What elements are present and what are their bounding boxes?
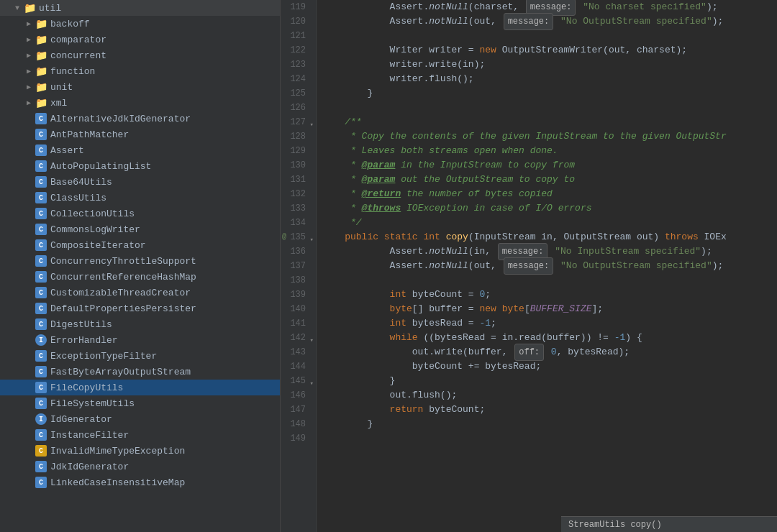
code-line-124: writer.flush(); [322,72,777,86]
expand-arrow: ▼ [12,4,23,12]
sidebar-item-unit[interactable]: ▶ 📁 unit [0,79,280,95]
code-line-139: int byteCount = 0; [322,288,777,302]
sidebar-item-label: IdGenerator [50,414,112,425]
code-editor[interactable]: 119 120 121 122 123 124 125 126 127 ▾ 12… [281,0,777,532]
code-line-126 [322,101,777,115]
folder-icon: 📁 [35,17,47,30]
sidebar-item-JdkIdGenerator[interactable]: C JdkIdGenerator [0,459,280,474]
sidebar-item-label: xml [50,98,67,109]
code-line-121 [322,29,777,43]
sidebar-item-label: comparator [50,35,106,45]
sidebar-item-ClassUtils[interactable]: C ClassUtils [0,190,280,206]
folder-icon: 📁 [35,49,47,62]
sidebar-item-FastByteArrayOutputStream[interactable]: C FastByteArrayOutputStream [0,364,280,380]
class-icon: C [35,223,47,236]
gutter-line: 124 [281,72,310,86]
hint-box: message: [504,257,554,275]
code-line-120: Assert.notNull(out, message: "No OutputS… [322,14,777,29]
sidebar-item-label: ExceptionTypeFilter [50,351,157,362]
sidebar-item-label: ErrorHandler [50,335,118,346]
sidebar-item-ConcurrentReferenceHashMap[interactable]: C ConcurrentReferenceHashMap [0,269,280,285]
class-icon: C [35,365,47,378]
class-icon: C [35,191,47,204]
sidebar-item-AutoPopulatingList[interactable]: C AutoPopulatingList [0,158,280,174]
sidebar-item-util[interactable]: ▼ 📁 util [0,0,280,16]
sidebar-item-label: concurrent [50,50,106,61]
gutter-line: 126 [281,101,310,115]
gutter-line: 134 [281,216,310,230]
folder-icon: 📁 [35,65,47,78]
sidebar-item-ConcurrencyThrottleSupport[interactable]: C ConcurrencyThrottleSupport [0,253,280,269]
sidebar-item-FileSystemUtils[interactable]: C FileSystemUtils [0,395,280,411]
code-line-130: * @param in the InputStream to copy from [322,158,777,173]
gutter-line: 136 [281,244,310,259]
code-line-134: */ [322,216,777,230]
expand-arrow: ▶ [23,35,35,44]
sidebar-item-InvalidMimeTypeException[interactable]: C InvalidMimeTypeException [0,443,280,459]
expand-arrow: ▶ [23,51,35,60]
sidebar-item-label: DefaultPropertiesPersister [50,303,196,314]
sidebar-item-DigestUtils[interactable]: C DigestUtils [0,316,280,332]
code-line-135: public static int copy(InputStream in, O… [322,230,777,244]
sidebar-item-Base64Utils[interactable]: C Base64Utils [0,174,280,190]
gutter-line: 142 ▾ [281,331,310,345]
folder-icon: 📁 [23,1,36,14]
sidebar-item-CustomizableThreadCreator[interactable]: C CustomizableThreadCreator [0,285,280,301]
code-line-138 [322,273,777,288]
sidebar-item-comparator[interactable]: ▶ 📁 comparator [0,32,280,47]
sidebar-item-FileCopyUtils[interactable]: C FileCopyUtils [0,380,280,395]
code-line-127: /** [322,115,777,129]
sidebar-item-CommonsLogWriter[interactable]: C CommonsLogWriter [0,221,280,237]
code-line-141: int bytesRead = -1; [322,316,777,331]
sidebar-item-LinkedCaseInsensitiveMap[interactable]: C LinkedCaseInsensitiveMap [0,474,280,490]
sidebar-item-backoff[interactable]: ▶ 📁 backoff [0,16,280,32]
sidebar-item-label: ClassUtils [50,193,106,203]
gutter-line: 131 [281,173,310,187]
sidebar-item-AntPathMatcher[interactable]: C AntPathMatcher [0,127,280,142]
sidebar-item-concurrent[interactable]: ▶ 📁 concurrent [0,47,280,63]
sidebar-item-DefaultPropertiesPersister[interactable]: C DefaultPropertiesPersister [0,301,280,316]
sidebar-item-label: InstanceFilter [50,430,129,441]
gutter-line: 133 [281,201,310,216]
sidebar-item-CompositeIterator[interactable]: C CompositeIterator [0,237,280,253]
sidebar-item-label: FileSystemUtils [50,398,135,409]
sidebar-item-function[interactable]: ▶ 📁 function [0,63,280,79]
sidebar-item-label: FileCopyUtils [50,382,123,393]
code-content[interactable]: Assert.notNull(charset, message: "No cha… [317,0,777,532]
class-icon: C [35,444,47,457]
sidebar-item-label: InvalidMimeTypeException [50,446,185,457]
gutter-line: @ 135 ▾ [281,230,310,244]
class-icon: C [35,254,47,267]
sidebar-item-ErrorHandler[interactable]: I ErrorHandler [0,332,280,348]
sidebar-item-label: CompositeIterator [50,240,146,251]
sidebar-item-ExceptionTypeFilter[interactable]: C ExceptionTypeFilter [0,348,280,364]
file-tree[interactable]: ▼ 📁 util ▶ 📁 backoff ▶ 📁 comparator ▶ 📁 … [0,0,281,532]
gutter-line: 120 [281,14,310,29]
sidebar-item-InstanceFilter[interactable]: C InstanceFilter [0,427,280,443]
code-line-142: while ((bytesRead = in.read(buffer)) != … [322,331,777,345]
gutter-line: 128 [281,129,310,144]
gutter-line: 144 [281,359,310,374]
gutter-line: 121 [281,29,310,43]
sidebar-item-xml[interactable]: ▶ 📁 xml [0,95,280,111]
class-icon: C [35,302,47,315]
code-line-147: return byteCount; [322,403,777,417]
class-icon: C [35,160,47,173]
gutter-line: 122 [281,43,310,58]
gutter-line: 138 [281,273,310,288]
class-icon: C [35,460,47,473]
sidebar-item-label: CollectionUtils [50,208,135,219]
sidebar-item-label: Assert [50,145,84,156]
gutter-line: 140 [281,302,310,316]
gutter-line: 149 [281,431,310,446]
code-line-143: out.write(buffer, off: 0, bytesRead); [322,345,777,359]
sidebar-item-Assert[interactable]: C Assert [0,142,280,158]
sidebar-item-IdGenerator[interactable]: I IdGenerator [0,411,280,427]
sidebar-item-label: FastByteArrayOutputStream [50,367,191,377]
sidebar-item-AlternativeJdkIdGenerator[interactable]: C AlternativeJdkIdGenerator [0,111,280,127]
code-line-144: byteCount += bytesRead; [322,359,777,374]
code-line-146: out.flush(); [322,388,777,403]
sidebar-item-CollectionUtils[interactable]: C CollectionUtils [0,206,280,221]
sidebar-item-label: DigestUtils [50,319,112,330]
interface-icon: I [35,413,47,426]
